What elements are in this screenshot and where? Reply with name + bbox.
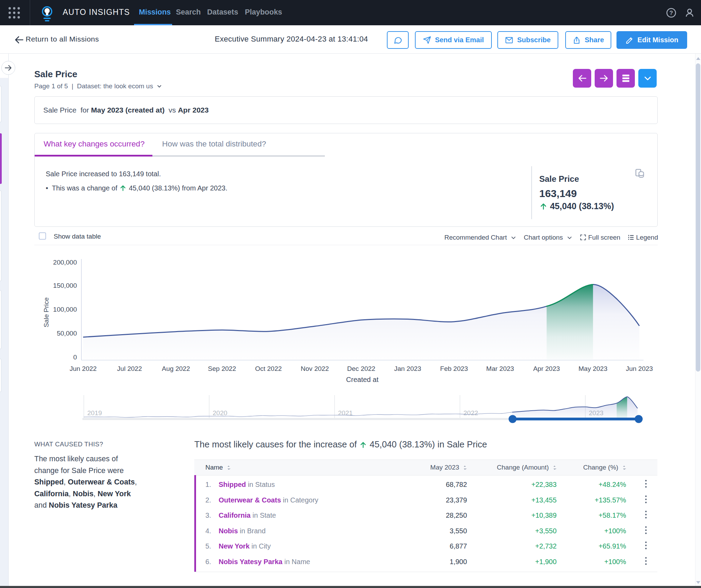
svg-text:Feb 2023: Feb 2023	[440, 365, 468, 372]
svg-text:Aug 2022: Aug 2022	[162, 365, 190, 372]
svg-text:Sale Price: Sale Price	[43, 297, 50, 328]
svg-text:Mar 2023: Mar 2023	[486, 365, 514, 372]
svg-text:50,000: 50,000	[57, 330, 77, 337]
svg-text:Nov 2022: Nov 2022	[301, 365, 329, 372]
svg-text:0: 0	[73, 354, 77, 361]
svg-text:Jul 2022: Jul 2022	[117, 365, 142, 372]
svg-text:Jan 2023: Jan 2023	[394, 365, 421, 372]
svg-text:Jun 2022: Jun 2022	[70, 365, 97, 372]
svg-text:2020: 2020	[213, 409, 227, 417]
svg-text:100,000: 100,000	[53, 306, 77, 313]
svg-text:Oct 2022: Oct 2022	[255, 365, 282, 372]
svg-text:Jun 2023: Jun 2023	[626, 365, 653, 372]
svg-text:May 2023: May 2023	[578, 365, 607, 372]
svg-text:200,000: 200,000	[53, 259, 77, 266]
svg-text:2019: 2019	[87, 409, 102, 417]
svg-text:2022: 2022	[463, 409, 478, 417]
svg-text:Apr 2023: Apr 2023	[533, 365, 560, 372]
svg-text:150,000: 150,000	[53, 282, 77, 289]
svg-text:Sep 2022: Sep 2022	[208, 365, 236, 372]
svg-text:Dec 2022: Dec 2022	[347, 365, 375, 372]
svg-text:Created at: Created at	[346, 376, 379, 383]
svg-text:?: ?	[669, 10, 673, 16]
